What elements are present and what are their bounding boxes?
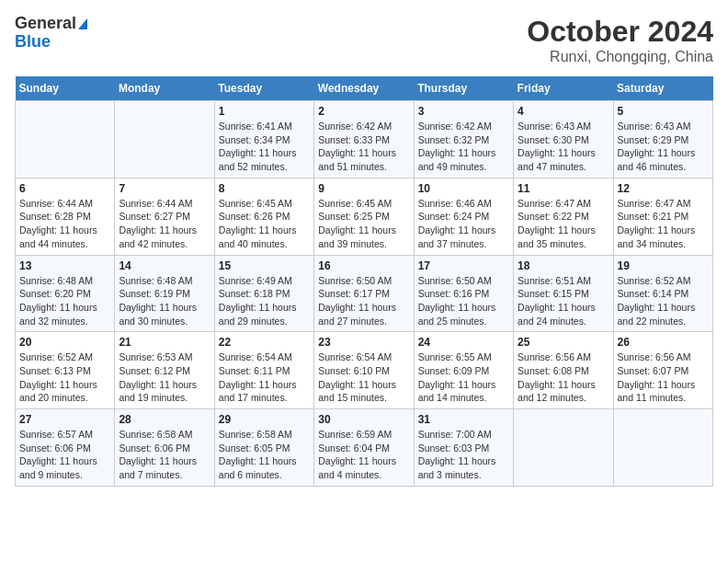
day-info: Sunrise: 6:45 AMSunset: 6:25 PMDaylight:… [318,197,409,251]
calendar-week-2: 6Sunrise: 6:44 AMSunset: 6:28 PMDaylight… [16,178,713,255]
day-info: Sunrise: 6:47 AMSunset: 6:22 PMDaylight:… [518,197,609,251]
calendar-cell: 13Sunrise: 6:48 AMSunset: 6:20 PMDayligh… [16,255,115,332]
day-info: Sunrise: 6:47 AMSunset: 6:21 PMDaylight:… [618,197,709,251]
calendar-cell: 20Sunrise: 6:52 AMSunset: 6:13 PMDayligh… [16,332,115,409]
weekday-header-monday: Monday [115,76,214,101]
calendar-cell: 4Sunrise: 6:43 AMSunset: 6:30 PMDaylight… [514,101,613,178]
day-number: 2 [318,105,409,118]
calendar-cell: 29Sunrise: 6:58 AMSunset: 6:05 PMDayligh… [214,409,313,487]
day-info: Sunrise: 6:56 AMSunset: 6:07 PMDaylight:… [618,350,709,405]
calendar-cell: 14Sunrise: 6:48 AMSunset: 6:19 PMDayligh… [115,255,214,332]
day-number: 14 [119,259,210,272]
page-header: General Blue October 2024 Runxi, Chongqi… [15,15,713,65]
title-block: October 2024 Runxi, Chongqing, China [527,15,713,65]
day-info: Sunrise: 6:58 AMSunset: 6:06 PMDaylight:… [119,428,210,482]
day-number: 13 [19,259,110,272]
day-number: 28 [119,413,210,426]
calendar-cell: 10Sunrise: 6:46 AMSunset: 6:24 PMDayligh… [414,178,513,255]
calendar-title: October 2024 [527,15,713,49]
calendar-week-3: 13Sunrise: 6:48 AMSunset: 6:20 PMDayligh… [16,255,713,332]
calendar-cell: 16Sunrise: 6:50 AMSunset: 6:17 PMDayligh… [314,255,414,332]
day-info: Sunrise: 6:48 AMSunset: 6:19 PMDaylight:… [119,274,210,328]
logo-icon [78,18,87,29]
calendar-cell: 22Sunrise: 6:54 AMSunset: 6:11 PMDayligh… [214,332,313,409]
calendar-body: 1Sunrise: 6:41 AMSunset: 6:34 PMDaylight… [16,101,713,487]
weekday-header-row: SundayMondayTuesdayWednesdayThursdayFrid… [16,76,713,101]
calendar-cell: 1Sunrise: 6:41 AMSunset: 6:34 PMDaylight… [214,101,313,178]
day-info: Sunrise: 6:44 AMSunset: 6:27 PMDaylight:… [119,197,210,251]
day-number: 29 [219,413,310,426]
day-info: Sunrise: 6:42 AMSunset: 6:32 PMDaylight:… [418,120,509,174]
weekday-header-sunday: Sunday [16,76,115,101]
calendar-header: SundayMondayTuesdayWednesdayThursdayFrid… [16,76,713,101]
calendar-cell [16,101,115,178]
weekday-header-friday: Friday [514,76,613,101]
day-number: 25 [518,336,609,349]
day-info: Sunrise: 6:59 AMSunset: 6:04 PMDaylight:… [318,428,409,482]
day-number: 5 [618,105,709,118]
calendar-cell: 9Sunrise: 6:45 AMSunset: 6:25 PMDaylight… [314,178,414,255]
day-info: Sunrise: 6:50 AMSunset: 6:17 PMDaylight:… [318,274,409,328]
calendar-cell: 3Sunrise: 6:42 AMSunset: 6:32 PMDaylight… [414,101,513,178]
day-info: Sunrise: 6:52 AMSunset: 6:13 PMDaylight:… [19,350,110,405]
day-info: Sunrise: 6:49 AMSunset: 6:18 PMDaylight:… [219,274,310,328]
calendar-cell: 23Sunrise: 6:54 AMSunset: 6:10 PMDayligh… [314,332,414,409]
calendar-cell: 25Sunrise: 6:56 AMSunset: 6:08 PMDayligh… [514,332,613,409]
day-info: Sunrise: 6:53 AMSunset: 6:12 PMDaylight:… [119,350,210,405]
day-info: Sunrise: 6:52 AMSunset: 6:14 PMDaylight:… [618,274,709,328]
calendar-week-1: 1Sunrise: 6:41 AMSunset: 6:34 PMDaylight… [16,101,713,178]
calendar-cell: 8Sunrise: 6:45 AMSunset: 6:26 PMDaylight… [214,178,313,255]
day-info: Sunrise: 6:41 AMSunset: 6:34 PMDaylight:… [219,120,310,174]
day-info: Sunrise: 6:50 AMSunset: 6:16 PMDaylight:… [418,274,509,328]
calendar-cell: 27Sunrise: 6:57 AMSunset: 6:06 PMDayligh… [16,409,115,487]
day-number: 18 [518,259,609,272]
day-info: Sunrise: 6:45 AMSunset: 6:26 PMDaylight:… [219,197,310,251]
weekday-header-thursday: Thursday [414,76,513,101]
day-number: 1 [219,105,310,118]
day-number: 11 [518,182,609,195]
day-info: Sunrise: 6:54 AMSunset: 6:11 PMDaylight:… [219,350,310,405]
day-number: 16 [318,259,409,272]
calendar-table: SundayMondayTuesdayWednesdayThursdayFrid… [15,76,713,487]
calendar-cell: 15Sunrise: 6:49 AMSunset: 6:18 PMDayligh… [214,255,313,332]
day-number: 8 [219,182,310,195]
calendar-cell: 7Sunrise: 6:44 AMSunset: 6:27 PMDaylight… [115,178,214,255]
calendar-cell: 12Sunrise: 6:47 AMSunset: 6:21 PMDayligh… [613,178,712,255]
day-number: 27 [19,413,110,426]
day-info: Sunrise: 6:46 AMSunset: 6:24 PMDaylight:… [418,197,509,251]
day-info: Sunrise: 6:43 AMSunset: 6:29 PMDaylight:… [618,120,709,174]
calendar-cell: 24Sunrise: 6:55 AMSunset: 6:09 PMDayligh… [414,332,513,409]
day-number: 10 [418,182,509,195]
calendar-cell: 19Sunrise: 6:52 AMSunset: 6:14 PMDayligh… [613,255,712,332]
day-number: 12 [618,182,709,195]
calendar-cell: 31Sunrise: 7:00 AMSunset: 6:03 PMDayligh… [414,409,513,487]
calendar-cell: 2Sunrise: 6:42 AMSunset: 6:33 PMDaylight… [314,101,414,178]
day-number: 15 [219,259,310,272]
day-number: 21 [119,336,210,349]
day-info: Sunrise: 6:57 AMSunset: 6:06 PMDaylight:… [19,428,110,482]
day-info: Sunrise: 6:56 AMSunset: 6:08 PMDaylight:… [518,350,609,405]
day-number: 17 [418,259,509,272]
weekday-header-wednesday: Wednesday [314,76,414,101]
calendar-subtitle: Runxi, Chongqing, China [527,49,713,65]
day-number: 9 [318,182,409,195]
day-number: 19 [618,259,709,272]
calendar-cell: 6Sunrise: 6:44 AMSunset: 6:28 PMDaylight… [16,178,115,255]
day-number: 23 [318,336,409,349]
calendar-cell: 30Sunrise: 6:59 AMSunset: 6:04 PMDayligh… [314,409,414,487]
day-number: 30 [318,413,409,426]
calendar-cell: 28Sunrise: 6:58 AMSunset: 6:06 PMDayligh… [115,409,214,487]
day-info: Sunrise: 6:55 AMSunset: 6:09 PMDaylight:… [418,350,509,405]
day-number: 31 [418,413,509,426]
day-info: Sunrise: 7:00 AMSunset: 6:03 PMDaylight:… [418,428,509,482]
day-number: 20 [19,336,110,349]
day-number: 4 [518,105,609,118]
calendar-cell [115,101,214,178]
day-info: Sunrise: 6:48 AMSunset: 6:20 PMDaylight:… [19,274,110,328]
day-number: 3 [418,105,509,118]
day-info: Sunrise: 6:44 AMSunset: 6:28 PMDaylight:… [19,197,110,251]
calendar-cell: 17Sunrise: 6:50 AMSunset: 6:16 PMDayligh… [414,255,513,332]
weekday-header-saturday: Saturday [613,76,712,101]
day-info: Sunrise: 6:43 AMSunset: 6:30 PMDaylight:… [518,120,609,174]
day-number: 6 [19,182,110,195]
